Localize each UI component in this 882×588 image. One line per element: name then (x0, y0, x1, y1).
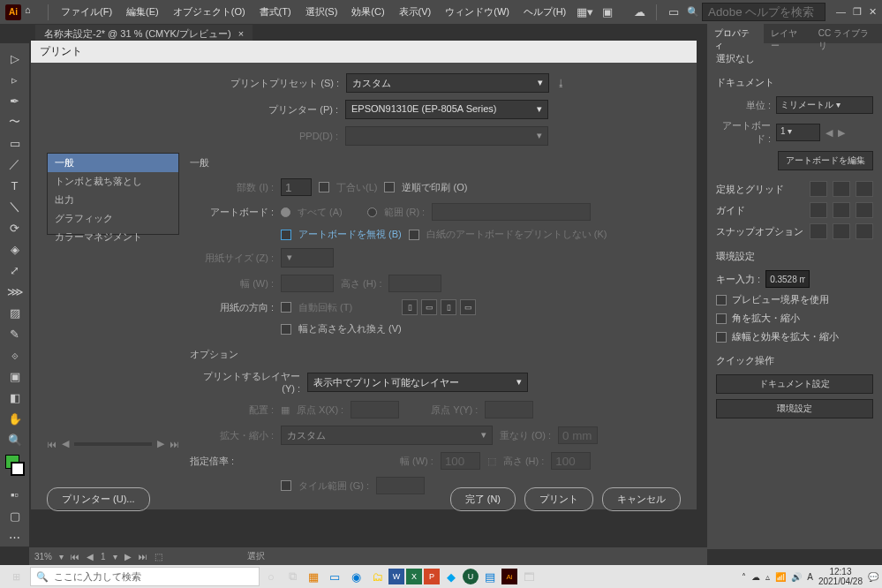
hand-tool-icon[interactable]: ✋ (5, 409, 25, 428)
snap-point-icon[interactable] (810, 223, 827, 239)
scale-tool-icon[interactable]: ⤢ (5, 260, 25, 280)
excel-icon[interactable]: X (406, 569, 422, 584)
transverse-checkbox[interactable] (281, 324, 291, 335)
tab-layers[interactable]: レイヤー (764, 24, 811, 43)
gradient-tool-icon[interactable]: ▨ (5, 303, 25, 322)
cat-graphics[interactable]: グラフィック (48, 209, 178, 228)
cat-output[interactable]: 出力 (48, 191, 178, 209)
tab-cclib[interactable]: CC ライブラリ (811, 24, 882, 43)
notification-icon[interactable]: 💬 (868, 572, 878, 582)
menu-file[interactable]: ファイル(F) (56, 3, 117, 21)
app-icon-4[interactable]: U (463, 569, 479, 584)
print-button[interactable]: プリント (524, 487, 593, 511)
smart-guide-icon[interactable] (856, 202, 873, 218)
cloud-icon[interactable]: ☁ (629, 3, 649, 22)
artboard-tool-icon[interactable]: ▣ (5, 366, 25, 386)
printer-select[interactable]: EPSON91310E (EP-805A Series)▾ (345, 100, 548, 119)
guide-show-icon[interactable] (810, 202, 827, 218)
clock[interactable]: 12:13 2021/04/28 (818, 567, 863, 586)
ruler-icon[interactable] (810, 181, 827, 197)
eyedropper-tool-icon[interactable]: ✎ (5, 324, 25, 343)
direct-select-tool-icon[interactable]: ▹ (5, 70, 25, 89)
app-icon-6[interactable]: 🗔 (519, 567, 539, 586)
orient-portrait-down-icon[interactable]: ▯ (441, 299, 456, 315)
link-icon[interactable]: ⬚ (487, 456, 496, 467)
pen-tool-icon[interactable]: ✒ (5, 91, 25, 110)
orient-landscape-right-icon[interactable]: ▭ (460, 299, 476, 315)
zoom-level[interactable]: 31% (34, 552, 52, 562)
edit-toolbar-icon[interactable]: ⋯ (5, 527, 25, 547)
arrange-icon[interactable]: ▭ (664, 3, 683, 22)
cat-marks[interactable]: トンボと裁ち落とし (48, 172, 178, 191)
orient-landscape-left-icon[interactable]: ▭ (421, 299, 437, 315)
tab-properties[interactable]: プロパティ (707, 24, 764, 43)
close-icon[interactable]: ✕ (869, 6, 877, 18)
eraser-tool-icon[interactable]: ◧ (5, 388, 25, 407)
menu-window[interactable]: ウィンドウ(W) (440, 3, 515, 21)
cat-color[interactable]: カラーマネジメント (48, 228, 178, 246)
menu-help[interactable]: ヘルプ(H) (518, 3, 571, 21)
nav-next-icon[interactable]: ▶ (157, 438, 164, 449)
done-button[interactable]: 完了 (N) (450, 487, 516, 511)
artboard-num-select[interactable]: 1 ▾ (776, 124, 820, 141)
scale-strokes-checkbox[interactable] (716, 332, 727, 343)
layout-icon[interactable]: ▦▾ (575, 3, 594, 22)
nav-last-icon[interactable]: ⏭ (170, 439, 179, 449)
volume-icon[interactable]: 🔊 (791, 572, 802, 582)
taskbar-search[interactable]: 🔍 ここに入力して検索 (30, 567, 260, 586)
menu-object[interactable]: オブジェクト(O) (168, 3, 251, 21)
key-input-field[interactable] (765, 270, 810, 288)
taskview-icon[interactable]: ⧉ (283, 567, 302, 586)
save-preset-icon[interactable]: ⭳ (556, 78, 566, 88)
snap-grid-icon[interactable] (833, 223, 850, 239)
reverse-checkbox[interactable] (384, 182, 395, 192)
brush-tool-icon[interactable]: ／ (5, 155, 25, 174)
tab-close-icon[interactable]: × (238, 28, 244, 39)
type-tool-icon[interactable]: T (5, 176, 25, 195)
explorer-icon[interactable]: 🗂 (367, 567, 387, 586)
tray-up-icon[interactable]: ˄ (742, 572, 746, 582)
nav-last-icon[interactable]: ⏭ (139, 552, 147, 562)
ignore-artboard-checkbox[interactable] (281, 230, 291, 240)
width-tool-icon[interactable]: ⋙ (5, 282, 25, 301)
stroke-color-icon[interactable] (11, 462, 25, 476)
cancel-button[interactable]: キャンセル (602, 487, 681, 511)
doc-setup-button[interactable]: ドキュメント設定 (716, 374, 873, 394)
grid-icon[interactable] (833, 181, 850, 197)
snap-pixel-icon[interactable] (856, 223, 873, 239)
transparency-grid-icon[interactable] (856, 181, 873, 197)
preview-bounds-checkbox[interactable] (716, 295, 727, 305)
maximize-icon[interactable]: ❐ (853, 6, 862, 18)
printer-setup-button[interactable]: プリンター (U)... (47, 487, 150, 511)
menu-select[interactable]: 選択(S) (300, 3, 343, 21)
cat-general[interactable]: 一般 (48, 154, 178, 172)
nav-first-icon[interactable]: ⏮ (71, 552, 79, 562)
guide-lock-icon[interactable] (833, 202, 850, 218)
app-icon-2[interactable]: ▭ (325, 567, 344, 586)
edit-artboard-button[interactable]: アートボードを編集 (778, 151, 873, 170)
app-icon-5[interactable]: ▤ (480, 567, 500, 586)
edge-icon[interactable]: ◉ (346, 567, 366, 586)
shape-builder-icon[interactable]: ◈ (5, 239, 25, 259)
selection-tool-icon[interactable]: ▷ (5, 49, 25, 68)
powerpoint-icon[interactable]: P (424, 569, 440, 584)
home-icon[interactable]: ⌂ (25, 4, 41, 20)
menu-view[interactable]: 表示(V) (394, 3, 437, 21)
artboard-prev-icon[interactable]: ◀ (825, 127, 833, 139)
nav-prev-icon[interactable]: ◀ (87, 552, 94, 562)
fill-stroke-control[interactable] (5, 455, 25, 476)
app-icon-3[interactable]: ◆ (441, 567, 461, 586)
word-icon[interactable]: W (388, 569, 404, 584)
orient-portrait-up-icon[interactable]: ▯ (402, 299, 418, 315)
draw-mode-icon[interactable]: ▪▫ (5, 485, 25, 504)
nav-prev-icon[interactable]: ◀ (62, 438, 69, 449)
cloud-sync-icon[interactable]: ☁ (751, 572, 760, 582)
zoom-tool-icon[interactable]: 🔍 (5, 430, 25, 449)
share-icon[interactable]: ▣ (598, 3, 617, 22)
minimize-icon[interactable]: — (836, 6, 846, 18)
illustrator-icon[interactable]: Ai (501, 569, 517, 584)
cortana-icon[interactable]: ○ (261, 567, 281, 586)
curvature-tool-icon[interactable]: 〜 (5, 112, 25, 132)
help-search-input[interactable] (702, 3, 825, 21)
tray-icon[interactable]: ▵ (765, 572, 770, 582)
